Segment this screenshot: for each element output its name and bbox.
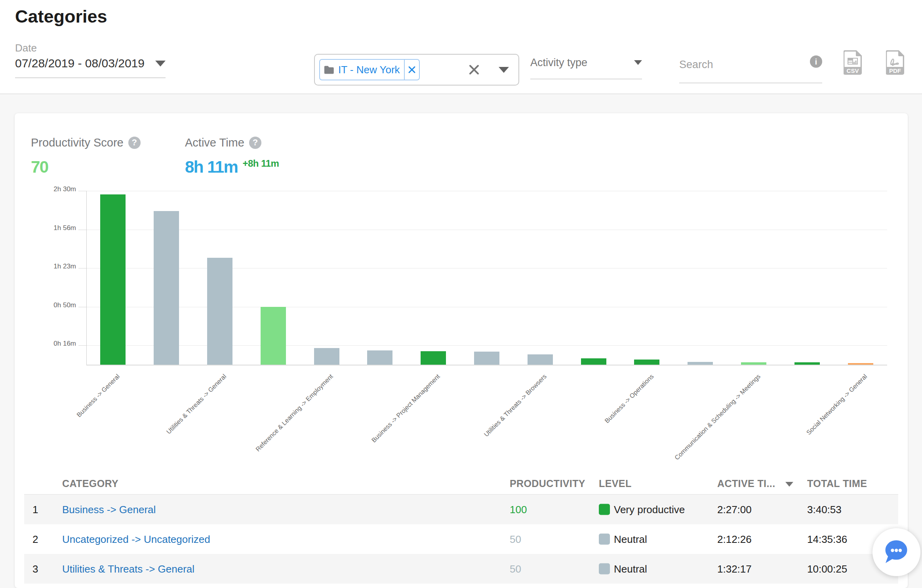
chart-gridline (86, 191, 887, 191)
sort-desc-icon (785, 482, 793, 487)
x-axis-category-label: Utilities & Threats -> Browsers (483, 373, 549, 438)
x-axis-category-label: Utilities & Threats -> General (165, 373, 228, 436)
folder-icon (324, 66, 334, 74)
chart-bar[interactable] (634, 360, 659, 365)
y-axis-tick-label: 0h 50m (17, 301, 76, 309)
column-header-total-time[interactable]: TOTAL TIME (807, 475, 867, 492)
total-time-cell: 3:40:53 (807, 503, 842, 516)
date-range-filter: Date 07/28/2019 - 08/03/2019 (15, 42, 166, 78)
x-axis-line (86, 365, 887, 365)
chart-bar[interactable] (100, 194, 126, 365)
level-label: Neutral (614, 533, 647, 545)
y-axis-tick (78, 268, 86, 268)
chart-gridline (86, 268, 887, 268)
x-axis-category-label: Reference & Learning -> Employment (254, 373, 335, 453)
column-header-active-time-label: ACTIVE TI... (717, 478, 775, 489)
date-filter-label: Date (15, 42, 166, 54)
table-body: 1Business -> General100Very productive2:… (24, 494, 898, 584)
total-time-cell: 14:35:36 (807, 533, 847, 545)
level-cell: Neutral (599, 533, 647, 545)
x-axis-category-label: Social Networking -> General (805, 373, 869, 436)
category-link[interactable]: Business -> General (62, 503, 156, 516)
chart-bar[interactable] (688, 362, 713, 365)
chevron-down-icon (155, 61, 166, 67)
x-axis-category-label: Business -> General (75, 373, 121, 419)
x-axis-category-label: Business -> Operations (603, 373, 655, 424)
chip-remove-button[interactable] (404, 60, 419, 80)
table-row: 2Uncategorized -> Uncategorized50Neutral… (24, 524, 898, 554)
y-axis-tick-label: 2h 30m (17, 185, 76, 193)
chart-gridline (86, 230, 887, 230)
user-group-chip: IT - New York (319, 59, 420, 80)
info-icon[interactable]: i (810, 55, 822, 68)
chart-bar[interactable] (528, 354, 553, 365)
column-header-category[interactable]: CATEGORY (62, 475, 118, 492)
row-rank: 2 (32, 533, 38, 545)
y-axis-tick-label: 0h 16m (17, 340, 76, 348)
column-header-level[interactable]: LEVEL (599, 475, 632, 492)
svg-text:PDF: PDF (889, 67, 901, 74)
level-cell: Neutral (599, 563, 647, 575)
chart-bar[interactable] (848, 363, 873, 365)
y-axis-tick (78, 191, 86, 191)
category-link[interactable]: Uncategorized -> Uncategorized (62, 533, 210, 545)
productivity-value: 100 (510, 503, 527, 516)
row-rank: 1 (32, 503, 38, 516)
column-header-active-time[interactable]: ACTIVE TI... (717, 475, 793, 492)
categories-report-card: Productivity Score ? 70 Active Time ? 8h… (15, 113, 908, 588)
chart-bar[interactable] (261, 307, 286, 365)
chart-bar[interactable] (741, 362, 766, 365)
activity-type-select[interactable]: Activity type (530, 55, 642, 79)
export-pdf-button[interactable]: PDF (886, 50, 904, 76)
x-axis-category-label: Business -> Project Management (370, 373, 441, 444)
chart-bar[interactable] (581, 358, 606, 365)
chart-bar[interactable] (421, 351, 446, 365)
y-axis-tick (78, 345, 86, 346)
user-group-chip-main: IT - New York (320, 64, 404, 76)
level-cell: Very productive (599, 503, 685, 516)
export-csv-button[interactable]: CSV (844, 50, 862, 76)
chart-bar[interactable] (314, 348, 339, 365)
table-row: 1Business -> General100Very productive2:… (24, 495, 898, 524)
level-label: Very productive (614, 503, 685, 516)
page-title: Categories (15, 6, 107, 27)
level-color-swatch (599, 563, 610, 575)
y-axis-line (86, 191, 87, 365)
category-link[interactable]: Utilities & Threats -> General (62, 563, 194, 575)
users-filter-combobox[interactable]: IT - New York (314, 54, 519, 86)
chat-launcher-button[interactable] (872, 528, 920, 576)
activity-type-label: Activity type (530, 55, 587, 70)
level-color-swatch (599, 534, 610, 545)
date-range-select[interactable]: 07/28/2019 - 08/03/2019 (15, 56, 166, 78)
pdf-file-icon: PDF (886, 50, 904, 75)
y-axis-tick-label: 1h 56m (17, 224, 76, 232)
x-axis-category-label: Communication & Scheduling -> Meetings (673, 373, 762, 461)
chart-bar[interactable] (207, 258, 232, 365)
categories-bar-chart: 0h 16m0h 50m1h 23m1h 56m2h 30mBusiness -… (15, 113, 908, 470)
chart-gridline (86, 307, 887, 307)
date-range-value: 07/28/2019 - 08/03/2019 (15, 56, 145, 70)
user-group-chip-label: IT - New York (338, 64, 400, 76)
chart-gridline (86, 345, 887, 346)
chevron-down-icon (634, 60, 642, 65)
clear-filter-button[interactable] (469, 64, 480, 75)
productivity-value: 50 (510, 533, 521, 545)
chart-bar[interactable] (154, 211, 179, 365)
chart-bar[interactable] (474, 352, 499, 365)
table-row: 3Utilities & Threats -> General50Neutral… (24, 554, 898, 584)
level-label: Neutral (614, 563, 647, 575)
csv-file-icon: CSV (844, 50, 862, 75)
active-time-cell: 1:32:17 (717, 563, 752, 575)
chat-bubble-icon (872, 528, 920, 576)
column-header-productivity[interactable]: PRODUCTIVITY (510, 475, 585, 492)
search-input[interactable]: Search i (679, 55, 822, 83)
svg-text:CSV: CSV (847, 67, 859, 74)
y-axis-tick (78, 230, 86, 230)
top-toolbar: Categories Date 07/28/2019 - 08/03/2019 … (0, 0, 922, 94)
chart-bar[interactable] (794, 362, 820, 365)
total-time-cell: 10:00:25 (807, 563, 847, 575)
close-icon (408, 66, 416, 74)
table-header: CATEGORY PRODUCTIVITY LEVEL ACTIVE TI...… (15, 475, 908, 492)
productivity-value: 50 (510, 563, 521, 575)
chart-bar[interactable] (367, 350, 392, 365)
